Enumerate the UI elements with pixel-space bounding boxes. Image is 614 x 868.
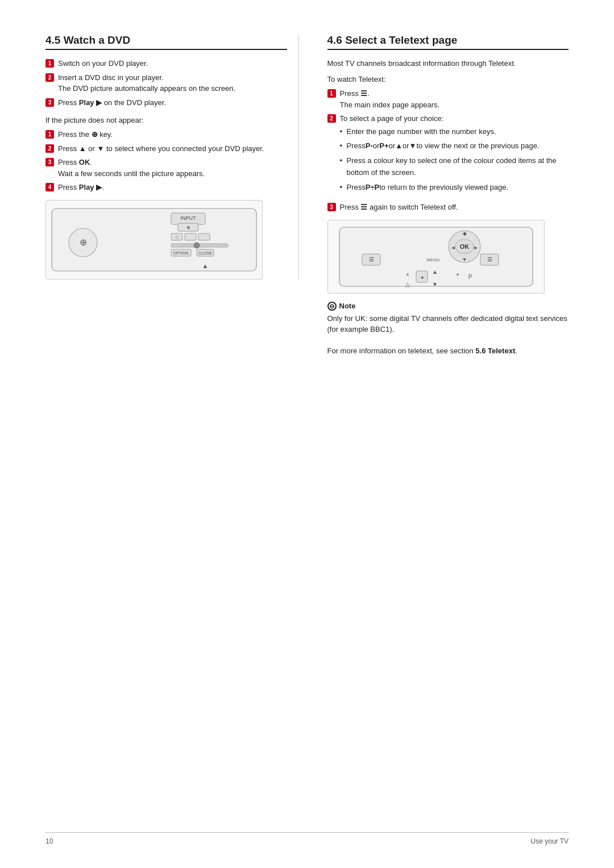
teletext-step-num-3: 3 <box>327 203 336 211</box>
svg-rect-8 <box>198 233 210 240</box>
svg-text:▼: ▼ <box>462 257 467 262</box>
teletext-step-1: 1 Press ☰.The main index page appears. <box>327 88 569 110</box>
step-sub-num-1: 1 <box>45 130 54 139</box>
step-sub-text-2: Press ▲ or ▼ to select where you connect… <box>58 143 287 155</box>
step-num-1: 1 <box>45 59 54 68</box>
more-info: For more information on teletext, see se… <box>327 345 569 357</box>
bullet-3: Press a colour key to select one of the … <box>340 155 569 179</box>
svg-text:OK: OK <box>459 243 469 250</box>
page-footer: 10 Use your TV <box>45 832 569 845</box>
bullet-1: Enter the page number with the number ke… <box>340 126 569 138</box>
to-watch-text: To watch Teletext: <box>327 74 569 85</box>
teletext-step-text-2: To select a page of your choice: <box>340 113 444 124</box>
svg-text:▲: ▲ <box>202 262 209 269</box>
step-sub-3: 3 Press OK.Wait a few seconds until the … <box>45 157 287 179</box>
svg-text:☰: ☰ <box>487 256 492 262</box>
teletext-step-num-1: 1 <box>327 89 336 98</box>
teletext-bullets: Enter the page number with the number ke… <box>340 126 569 197</box>
section-right-title: 4.6 Select a Teletext page <box>327 34 569 50</box>
svg-text:◄: ◄ <box>420 275 424 280</box>
teletext-step-3: 3 Press ☰ again to switch Teletext off. <box>327 202 569 213</box>
section-watch-dvd: 4.5 Watch a DVD 1 Switch on your DVD pla… <box>45 34 299 279</box>
teletext-step-num-2: 2 <box>327 114 336 123</box>
step-text-3: Press Play ▶ on the DVD player. <box>58 97 287 108</box>
svg-text:CLOSE: CLOSE <box>198 251 212 255</box>
svg-text:☰: ☰ <box>368 256 374 262</box>
teletext-remote-illustration: OK ◆ ◄ ► ▼ ☰ MENU ☰ + <box>327 220 545 294</box>
dvd-remote-illustration: INPUT ⊕ □ OPTION CLOSE <box>45 200 263 279</box>
step-sub-4: 4 Press Play ▶. <box>45 182 287 193</box>
svg-text:⊕: ⊕ <box>80 237 87 247</box>
steps-sub: 1 Press the ⊕ key. 2 Press ▲ or ▼ to sel… <box>45 129 287 193</box>
teletext-step-text-3: Press ☰ again to switch Teletext off. <box>340 202 569 213</box>
note-text: Only for UK: some digital TV channels of… <box>327 313 569 335</box>
step-sub-text-3: Press OK.Wait a few seconds until the pi… <box>58 157 287 179</box>
footer-right: Use your TV <box>531 837 569 845</box>
teletext-step-text-1: Press ☰.The main index page appears. <box>340 88 569 110</box>
teletext-steps: 1 Press ☰.The main index page appears. 2… <box>327 88 569 213</box>
svg-text:▲: ▲ <box>432 269 438 275</box>
svg-text:+: + <box>405 271 409 278</box>
section-left-title: 4.5 Watch a DVD <box>45 34 287 50</box>
note-title: ⊖ Note <box>327 302 569 311</box>
note-label: Note <box>339 302 356 310</box>
teletext-remote-svg: OK ◆ ◄ ► ▼ ☰ MENU ☰ + <box>334 223 538 291</box>
page: 4.5 Watch a DVD 1 Switch on your DVD pla… <box>0 0 614 868</box>
step-text-2: Insert a DVD disc in your player.The DVD… <box>58 72 287 94</box>
svg-text:P: P <box>468 274 472 280</box>
step-sub-text-1: Press the ⊕ key. <box>58 129 287 140</box>
page-number: 10 <box>45 837 53 845</box>
dvd-remote-svg: INPUT ⊕ □ OPTION CLOSE <box>46 203 262 277</box>
step-sub-num-4: 4 <box>45 183 54 191</box>
note-section: ⊖ Note Only for UK: some digital TV chan… <box>327 302 569 335</box>
svg-text:OPTION: OPTION <box>173 251 189 255</box>
bullet-2: Press P- or P+ or ▲ or ▼ to view the nex… <box>340 140 569 152</box>
section-select-teletext: 4.6 Select a Teletext page Most TV chann… <box>322 34 569 356</box>
svg-rect-7 <box>185 233 196 240</box>
teletext-step-2: 2 To select a page of your choice: Enter… <box>327 113 569 199</box>
step-text-1: Switch on your DVD player. <box>58 58 287 69</box>
svg-text:INPUT: INPUT <box>181 215 197 221</box>
bullet-4: Press P÷P to return to the previously vi… <box>340 182 569 194</box>
steps-main: 1 Switch on your DVD player. 2 Insert a … <box>45 58 287 108</box>
more-info-text: For more information on teletext, see se… <box>327 347 517 355</box>
svg-text:◄: ◄ <box>450 245 455 251</box>
svg-text:▼: ▼ <box>432 281 438 287</box>
step-sub-num-2: 2 <box>45 144 54 153</box>
if-not-appear-text: If the picture does not appear: <box>45 116 287 124</box>
svg-point-10 <box>194 243 200 248</box>
svg-text:+: + <box>455 271 459 278</box>
svg-text:MENU: MENU <box>426 257 440 262</box>
svg-text:◆: ◆ <box>462 231 466 236</box>
note-icon: ⊖ <box>327 302 337 311</box>
step-num-3: 3 <box>45 98 54 107</box>
step-sub-text-4: Press Play ▶. <box>58 182 287 193</box>
step-main-3: 3 Press Play ▶ on the DVD player. <box>45 97 287 108</box>
step-num-2: 2 <box>45 73 54 82</box>
step-sub-1: 1 Press the ⊕ key. <box>45 129 287 140</box>
svg-text:△: △ <box>405 281 410 287</box>
step-main-2: 2 Insert a DVD disc in your player.The D… <box>45 72 287 94</box>
svg-text:⊕: ⊕ <box>186 225 190 230</box>
step-sub-2: 2 Press ▲ or ▼ to select where you conne… <box>45 143 287 155</box>
svg-text:►: ► <box>473 245 478 251</box>
step-main-1: 1 Switch on your DVD player. <box>45 58 287 69</box>
step-sub-num-3: 3 <box>45 158 54 166</box>
section-right-intro: Most TV channels broadcast information t… <box>327 58 569 69</box>
